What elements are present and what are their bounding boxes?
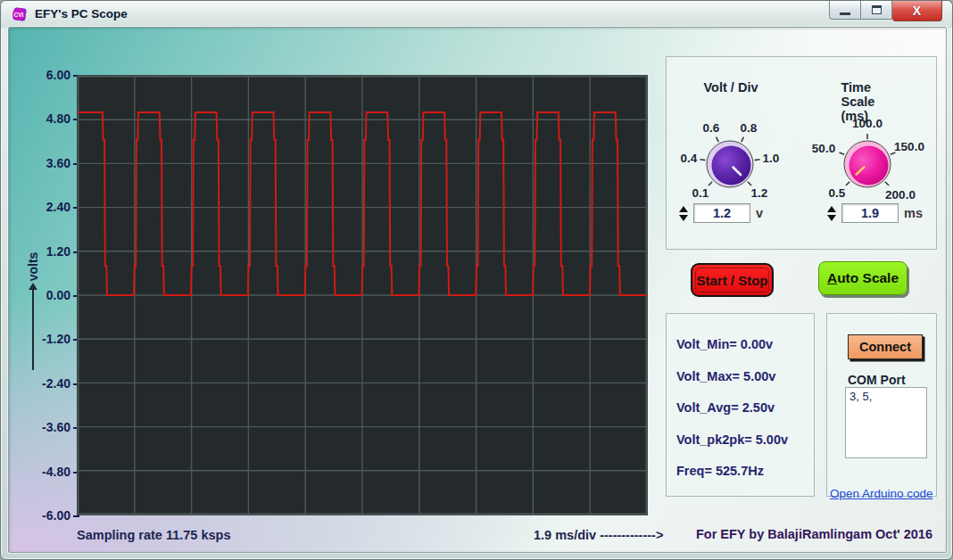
auto-scale-accel: A: [827, 270, 837, 285]
y-tick: 0.00: [15, 288, 70, 302]
y-tick: -1.20: [15, 332, 70, 346]
msdiv-text: 1.9 ms/div ------------->: [534, 528, 663, 542]
com-port-label: COM Port: [848, 373, 906, 387]
stat-volt-pk2pk: Volt_pk2pk= 5.00v: [676, 432, 814, 447]
time-tick-label: 200.0: [885, 188, 916, 202]
volt-spinner-arrows[interactable]: [679, 206, 688, 221]
auto-scale-label: uto Scale: [837, 270, 899, 285]
credit-text: For EFY by BalajiRamlingam Oct' 2016: [696, 527, 932, 541]
maximize-icon: [872, 5, 882, 14]
title-bar: CVI EFY's PC Scope X: [1, 1, 952, 28]
time-spinner-arrows[interactable]: [827, 206, 836, 221]
stat-volt-max: Volt_Max= 5.00v: [676, 369, 814, 383]
stat-freq: Freq= 525.7Hz: [676, 464, 814, 478]
scope-display: [77, 75, 648, 515]
waveform-plot: [78, 76, 647, 515]
y-tick: -2.40: [15, 376, 70, 391]
window-title: EFY's PC Scope: [35, 7, 128, 21]
y-tick: -3.60: [15, 420, 70, 434]
connect-panel: Connect COM Port 3, 5, Open Arduino code: [826, 313, 937, 497]
time-scale-spinner: ms: [827, 203, 923, 223]
open-arduino-link[interactable]: Open Arduino code: [830, 487, 933, 500]
app-window: CVI EFY's PC Scope X 6.00 4.80 3.60 2.40…: [0, 0, 953, 560]
minimize-icon: [840, 12, 850, 15]
stat-volt-avg: Volt_Avg= 2.50v: [676, 400, 814, 415]
spin-up-icon[interactable]: [827, 206, 836, 212]
minimize-button[interactable]: [829, 1, 861, 20]
sampling-rate-text: Sampling rate 11.75 ksps: [77, 528, 230, 542]
time-tick-label: 150.0: [894, 140, 924, 153]
maximize-button[interactable]: [861, 1, 892, 20]
connect-label: Connect: [859, 340, 911, 354]
close-button[interactable]: X: [892, 1, 942, 21]
spin-down-icon[interactable]: [827, 215, 836, 221]
start-stop-button[interactable]: Start / Stop: [691, 263, 774, 297]
time-unit-label: ms: [904, 206, 923, 220]
y-tick: 6.00: [15, 68, 70, 82]
time-tick-label: 50.0: [812, 142, 835, 155]
controls-panel: Volt / Div Time Scale (ms): [666, 56, 937, 250]
time-tick-label: 0.5: [829, 186, 846, 200]
y-tick: -4.80: [15, 465, 70, 479]
connect-button[interactable]: Connect: [848, 334, 923, 359]
start-stop-label: Start / Stop: [696, 273, 767, 288]
axis-arrow-icon: [32, 284, 34, 370]
auto-scale-button[interactable]: Auto Scale: [818, 261, 907, 295]
stat-volt-min: Volt_Min= 0.00v: [676, 337, 814, 351]
volt-tick-label: 0.1: [692, 186, 709, 200]
volt-unit-label: v: [756, 206, 763, 220]
volt-tick-label: 0.6: [703, 121, 720, 135]
app-icon: CVI: [11, 5, 29, 23]
caption-buttons: X: [829, 1, 942, 21]
volt-div-title: Volt / Div: [704, 80, 758, 95]
y-tick: 4.80: [15, 111, 70, 126]
y-tick: 2.40: [15, 200, 70, 214]
svg-text:CVI: CVI: [14, 12, 24, 18]
y-tick: -6.00: [15, 508, 70, 523]
spin-up-icon[interactable]: [679, 206, 688, 212]
volt-tick-label: 0.8: [741, 121, 758, 135]
volt-div-spinner: v: [679, 203, 763, 223]
time-scale-value-input[interactable]: [841, 203, 899, 223]
volt-tick-label: 1.2: [751, 186, 768, 200]
y-tick: 3.60: [15, 156, 70, 170]
stats-panel: Volt_Min= 0.00v Volt_Max= 5.00v Volt_Avg…: [666, 313, 815, 497]
com-port-listbox[interactable]: 3, 5,: [845, 387, 927, 458]
volt-tick-label: 0.4: [681, 152, 698, 165]
volt-div-value-input[interactable]: [693, 203, 750, 223]
spin-down-icon[interactable]: [679, 215, 688, 221]
close-icon: X: [913, 4, 921, 18]
volt-tick-label: 1.0: [763, 152, 780, 165]
time-tick-label: 100.0: [852, 117, 883, 130]
y-tick: 1.20: [15, 244, 70, 259]
y-axis-label: volts: [26, 240, 40, 383]
